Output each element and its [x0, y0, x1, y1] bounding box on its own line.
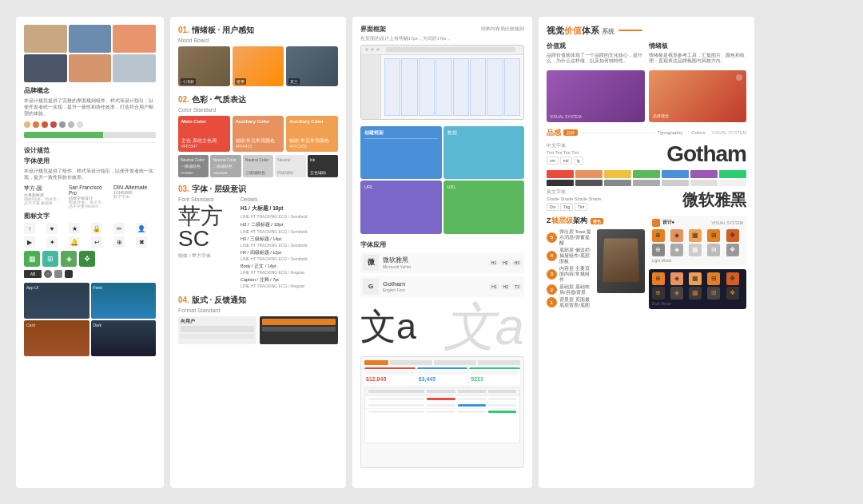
body-detail: Body / 正文 / 14pt — [241, 264, 338, 269]
font-sub-1: Microsoft YaHei — [383, 264, 489, 269]
tr-3 — [365, 409, 519, 415]
icon-grid-dark: ⊕ ◈ ▦ ⊞ ❖ ⊕ ◈ ▦ ⊞ ❖ — [652, 272, 744, 300]
h1-sub: LINE HT TRACKING ECG / Semibold — [241, 214, 338, 219]
ds-icon-2: ◈ — [670, 229, 683, 242]
color-dot-4 — [50, 121, 57, 128]
h4-sub: LINE HT TRACKING ECG / Semibold — [241, 256, 338, 261]
value-desc-2: 情绪板是视觉参考工具，汇集图片、颜色和纹理，直观表达品牌氛围与风格方向。 — [649, 53, 747, 65]
dark-icon-3: ▦ — [689, 272, 702, 285]
color-chips-neutral — [547, 180, 746, 186]
color-dot-3 — [42, 121, 48, 128]
td-1-1 — [368, 398, 424, 400]
colors-display — [547, 170, 746, 186]
img-card-1: VISUAL SYSTEM — [547, 70, 645, 122]
img-card-2-dot — [736, 74, 742, 81]
font-desc: 本设计规范提供了组件、样式等设计指引，以便开发者统一实现，提升一致性和协作效率。 — [24, 168, 156, 181]
neutral-chip-2 — [575, 180, 603, 186]
mb-photo-3: 莫兰 — [286, 46, 338, 86]
format-card-1: 向用户 — [178, 316, 257, 344]
green-icon-2: ⊞ — [42, 251, 58, 267]
td-3-1 — [368, 411, 424, 413]
dash-nav-2 — [434, 360, 476, 365]
icon-title: 图标文字 — [24, 212, 156, 220]
visual-label: VISUAL SYSTEM — [711, 130, 746, 135]
browser-dot-1 — [365, 48, 368, 51]
col-6 — [470, 58, 486, 116]
col-5 — [453, 58, 469, 116]
vs-header: 视觉价值体系 系统 — [547, 25, 746, 37]
dash-nav-3 — [478, 360, 520, 365]
dash-nav-active — [364, 360, 388, 365]
th-1 — [368, 390, 424, 393]
section-04: 04. 版式 · 反馈通知 Format Standard 向用户 — [178, 295, 338, 344]
icon-10: ↩ — [91, 236, 102, 248]
stat-value-1: $12,845 — [366, 376, 414, 382]
visual-system-label: VISUAL SYSTEM — [711, 220, 743, 225]
image-cards: VISUAL SYSTEM 品牌视觉 — [547, 70, 746, 122]
tag-h3: H3 — [512, 260, 522, 266]
mb-label-1: 小清新 — [181, 78, 196, 85]
font-icon-1: 微 — [363, 255, 379, 271]
z-3d-card — [602, 238, 638, 282]
tr-1 — [365, 396, 519, 403]
shade-tags: Shade Shade Shade Shade — [547, 196, 601, 201]
font-gotham-display: Gotham — [666, 141, 746, 167]
icon-8: ✦ — [46, 236, 58, 248]
photo-5 — [69, 54, 112, 82]
green-icon-4: ❖ — [79, 251, 95, 267]
browser-url — [386, 47, 515, 52]
wireframe-browser — [360, 45, 524, 120]
brand-label: 品感 — [547, 128, 561, 138]
td-3-3 — [458, 411, 486, 413]
photo-3 — [113, 25, 156, 53]
photo-6 — [113, 54, 156, 82]
neutral-chip-3 — [604, 180, 631, 186]
h4-detail: H4 / 四级标题 / 12pt — [241, 250, 338, 256]
chip-blue — [662, 170, 689, 178]
font-row-1: 微 微软雅黑 Microsoft YaHei H1 H2 H3 — [360, 252, 524, 273]
moodboard-label: Mood Board — [178, 38, 338, 43]
wf-color-2-label: 数据 — [443, 126, 525, 140]
chinese-scale-left: 英文字体 Shade Shade Shade Shade Dis Tag Tin… — [547, 189, 601, 211]
neutral-4: Neutral 四级辅助 — [275, 155, 305, 177]
color-dot-6 — [68, 121, 74, 128]
td-1-4 — [488, 398, 516, 400]
stat-bar-1 — [366, 371, 414, 375]
z-num-5: 5 — [547, 232, 557, 243]
font-title: 字体使用 — [24, 157, 156, 165]
color-aux2-name: Auxiliary Color — [289, 119, 335, 124]
wf-color-1-label: 创建框架 — [364, 130, 384, 136]
th-2 — [427, 390, 455, 393]
h3-detail: H3 / 三级标题 / 14pt — [241, 236, 338, 242]
chip-teal — [719, 170, 746, 178]
dash-nav-1 — [390, 360, 432, 365]
section-04-number: 04. 版式 · 反馈通知 — [178, 295, 338, 306]
content-grid — [384, 58, 520, 116]
value-grid: 价值观 品牌价值观体现了一个品牌的文化核心，是什么，为什么这样做，以及如何独特性… — [547, 42, 746, 65]
browser-main — [381, 55, 523, 119]
mb-label-2: 橙果 — [235, 78, 246, 85]
color-aux1: Auxiliary Color 辅助·常见常用颜色 #FFA433 — [233, 116, 284, 152]
colors-label: Colors — [691, 130, 705, 135]
neutral-1: Neutral Color 一级辅助色 #888888 — [178, 155, 209, 177]
font-display-area: Font Standard 苹方 SC 细体 / 苹方字体 — [178, 196, 234, 288]
chip-red — [547, 170, 574, 178]
neutral-chip-7 — [719, 180, 746, 186]
th-4 — [488, 390, 516, 393]
stat-card-3: 5233 — [469, 367, 520, 385]
typography-section: 字体应用 微 微软雅黑 Microsoft YaHei H1 H2 H3 G G… — [360, 240, 524, 352]
h2-detail: H2 / 二级标题 / 16pt — [241, 221, 338, 228]
z-layer-5-text: 弹出层 Toast 提示消息/弹窗提醒 — [559, 229, 593, 246]
color-palette — [24, 121, 156, 128]
stat-cards: $12,845 $3,445 5233 — [364, 367, 520, 385]
scale-lg: lg — [574, 157, 583, 165]
dash-nav — [364, 360, 520, 365]
typo-left: 中文字体 Tint Tint Tint Tint sm md lg — [547, 143, 583, 165]
photo-1 — [24, 25, 67, 53]
section-03: 03. 字体 · 层级意识 Font Standard 苹方 SC 细体 / 苹… — [178, 184, 338, 288]
td-1-3 — [458, 398, 486, 400]
shade-sm: Dis — [547, 203, 559, 211]
font-sub-2: English Font — [383, 288, 489, 292]
big-latin-char: 文a — [443, 300, 524, 352]
format-bar-2 — [181, 334, 254, 339]
